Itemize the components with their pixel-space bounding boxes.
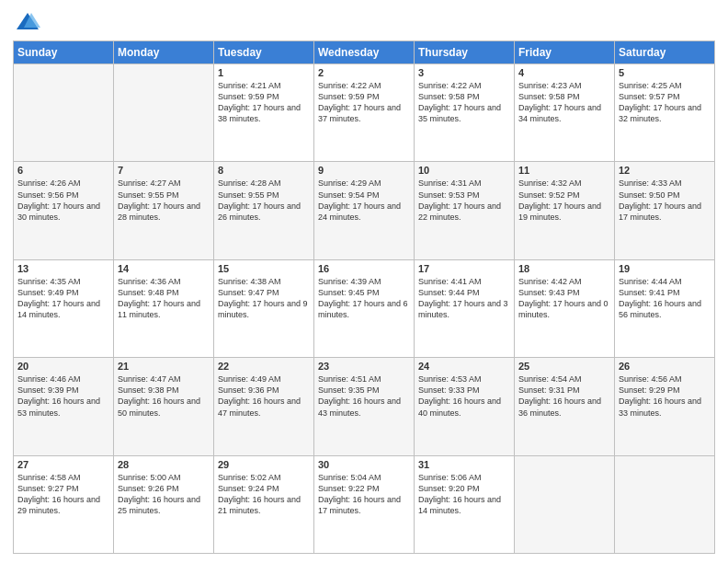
day-number: 7 bbox=[118, 165, 210, 176]
day-number: 30 bbox=[318, 459, 410, 470]
calendar-cell: 6Sunrise: 4:26 AMSunset: 9:56 PMDaylight… bbox=[14, 162, 114, 259]
calendar-cell: 19Sunrise: 4:44 AMSunset: 9:41 PMDayligh… bbox=[615, 259, 715, 357]
day-number: 24 bbox=[418, 361, 510, 372]
day-number: 31 bbox=[418, 459, 510, 470]
calendar-table: SundayMondayTuesdayWednesdayThursdayFrid… bbox=[13, 40, 715, 554]
calendar-cell: 3Sunrise: 4:22 AMSunset: 9:58 PMDaylight… bbox=[415, 64, 515, 162]
week-row-4: 20Sunrise: 4:46 AMSunset: 9:39 PMDayligh… bbox=[14, 358, 715, 455]
day-info: Sunrise: 4:39 AMSunset: 9:45 PMDaylight:… bbox=[318, 276, 410, 321]
day-number: 2 bbox=[318, 67, 410, 78]
day-number: 14 bbox=[118, 263, 210, 274]
day-number: 26 bbox=[619, 361, 711, 372]
day-info: Sunrise: 4:49 AMSunset: 9:36 PMDaylight:… bbox=[218, 373, 310, 419]
day-number: 3 bbox=[418, 67, 510, 78]
day-number: 11 bbox=[518, 165, 610, 176]
day-number: 29 bbox=[218, 459, 310, 470]
day-number: 28 bbox=[118, 459, 210, 470]
week-row-2: 6Sunrise: 4:26 AMSunset: 9:56 PMDaylight… bbox=[14, 162, 715, 259]
day-number: 6 bbox=[17, 165, 109, 176]
calendar-cell: 1Sunrise: 4:21 AMSunset: 9:59 PMDaylight… bbox=[214, 64, 314, 162]
day-number: 4 bbox=[518, 67, 610, 78]
day-number: 18 bbox=[518, 263, 610, 274]
day-number: 21 bbox=[118, 361, 210, 372]
day-info: Sunrise: 5:00 AMSunset: 9:26 PMDaylight:… bbox=[118, 472, 210, 517]
calendar-cell: 31Sunrise: 5:06 AMSunset: 9:20 PMDayligh… bbox=[415, 455, 515, 553]
day-number: 1 bbox=[218, 67, 310, 78]
day-info: Sunrise: 4:28 AMSunset: 9:55 PMDaylight:… bbox=[218, 178, 310, 223]
calendar-cell: 26Sunrise: 4:56 AMSunset: 9:29 PMDayligh… bbox=[615, 358, 715, 455]
calendar-cell: 8Sunrise: 4:28 AMSunset: 9:55 PMDaylight… bbox=[214, 162, 314, 259]
day-info: Sunrise: 4:51 AMSunset: 9:35 PMDaylight:… bbox=[318, 373, 410, 419]
calendar-cell: 30Sunrise: 5:04 AMSunset: 9:22 PMDayligh… bbox=[314, 455, 415, 553]
day-info: Sunrise: 4:32 AMSunset: 9:52 PMDaylight:… bbox=[518, 178, 610, 223]
day-number: 16 bbox=[318, 263, 410, 274]
day-number: 12 bbox=[619, 165, 711, 176]
day-number: 25 bbox=[518, 361, 610, 372]
calendar-cell: 17Sunrise: 4:41 AMSunset: 9:44 PMDayligh… bbox=[415, 259, 515, 357]
day-number: 20 bbox=[17, 361, 109, 372]
calendar-cell: 23Sunrise: 4:51 AMSunset: 9:35 PMDayligh… bbox=[314, 358, 415, 455]
day-info: Sunrise: 4:47 AMSunset: 9:38 PMDaylight:… bbox=[118, 373, 210, 419]
day-info: Sunrise: 4:44 AMSunset: 9:41 PMDaylight:… bbox=[619, 276, 711, 321]
day-number: 10 bbox=[418, 165, 510, 176]
calendar-cell: 28Sunrise: 5:00 AMSunset: 9:26 PMDayligh… bbox=[114, 455, 214, 553]
day-info: Sunrise: 4:38 AMSunset: 9:47 PMDaylight:… bbox=[218, 276, 310, 321]
day-info: Sunrise: 4:54 AMSunset: 9:31 PMDaylight:… bbox=[518, 373, 610, 419]
day-info: Sunrise: 4:56 AMSunset: 9:29 PMDaylight:… bbox=[619, 373, 711, 419]
day-info: Sunrise: 4:23 AMSunset: 9:58 PMDaylight:… bbox=[518, 80, 610, 125]
calendar-cell: 5Sunrise: 4:25 AMSunset: 9:57 PMDaylight… bbox=[615, 64, 715, 162]
day-number: 23 bbox=[318, 361, 410, 372]
day-info: Sunrise: 4:35 AMSunset: 9:49 PMDaylight:… bbox=[17, 276, 109, 321]
day-number: 13 bbox=[17, 263, 109, 274]
calendar-cell bbox=[14, 64, 114, 162]
calendar-cell: 18Sunrise: 4:42 AMSunset: 9:43 PMDayligh… bbox=[515, 259, 615, 357]
day-info: Sunrise: 4:31 AMSunset: 9:53 PMDaylight:… bbox=[418, 178, 510, 223]
day-info: Sunrise: 4:42 AMSunset: 9:43 PMDaylight:… bbox=[518, 276, 610, 321]
calendar-header-tuesday: Tuesday bbox=[214, 41, 314, 64]
day-number: 19 bbox=[619, 263, 711, 274]
week-row-5: 27Sunrise: 4:58 AMSunset: 9:27 PMDayligh… bbox=[14, 455, 715, 553]
day-number: 9 bbox=[318, 165, 410, 176]
day-info: Sunrise: 4:46 AMSunset: 9:39 PMDaylight:… bbox=[17, 373, 109, 419]
calendar-cell: 11Sunrise: 4:32 AMSunset: 9:52 PMDayligh… bbox=[515, 162, 615, 259]
day-info: Sunrise: 4:26 AMSunset: 9:56 PMDaylight:… bbox=[17, 178, 109, 223]
calendar-cell: 12Sunrise: 4:33 AMSunset: 9:50 PMDayligh… bbox=[615, 162, 715, 259]
calendar-header-wednesday: Wednesday bbox=[314, 41, 415, 64]
header bbox=[13, 9, 715, 35]
day-info: Sunrise: 4:22 AMSunset: 9:59 PMDaylight:… bbox=[318, 80, 410, 125]
calendar-cell: 14Sunrise: 4:36 AMSunset: 9:48 PMDayligh… bbox=[114, 259, 214, 357]
calendar-header-sunday: Sunday bbox=[14, 41, 114, 64]
calendar-header-thursday: Thursday bbox=[415, 41, 515, 64]
calendar-header-monday: Monday bbox=[114, 41, 214, 64]
calendar-header-row: SundayMondayTuesdayWednesdayThursdayFrid… bbox=[14, 41, 715, 64]
day-info: Sunrise: 4:22 AMSunset: 9:58 PMDaylight:… bbox=[418, 80, 510, 125]
day-info: Sunrise: 4:41 AMSunset: 9:44 PMDaylight:… bbox=[418, 276, 510, 321]
calendar-cell: 13Sunrise: 4:35 AMSunset: 9:49 PMDayligh… bbox=[14, 259, 114, 357]
day-info: Sunrise: 4:27 AMSunset: 9:55 PMDaylight:… bbox=[118, 178, 210, 223]
calendar-cell bbox=[615, 455, 715, 553]
day-number: 27 bbox=[17, 459, 109, 470]
day-info: Sunrise: 4:25 AMSunset: 9:57 PMDaylight:… bbox=[619, 80, 711, 125]
page: SundayMondayTuesdayWednesdayThursdayFrid… bbox=[0, 0, 728, 563]
day-number: 5 bbox=[619, 67, 711, 78]
calendar-cell: 20Sunrise: 4:46 AMSunset: 9:39 PMDayligh… bbox=[14, 358, 114, 455]
calendar-header-friday: Friday bbox=[515, 41, 615, 64]
week-row-3: 13Sunrise: 4:35 AMSunset: 9:49 PMDayligh… bbox=[14, 259, 715, 357]
calendar-cell: 10Sunrise: 4:31 AMSunset: 9:53 PMDayligh… bbox=[415, 162, 515, 259]
week-row-1: 1Sunrise: 4:21 AMSunset: 9:59 PMDaylight… bbox=[14, 64, 715, 162]
calendar-cell: 21Sunrise: 4:47 AMSunset: 9:38 PMDayligh… bbox=[114, 358, 214, 455]
logo-icon bbox=[15, 9, 40, 35]
day-number: 8 bbox=[218, 165, 310, 176]
calendar-cell: 2Sunrise: 4:22 AMSunset: 9:59 PMDaylight… bbox=[314, 64, 415, 162]
calendar-cell: 16Sunrise: 4:39 AMSunset: 9:45 PMDayligh… bbox=[314, 259, 415, 357]
day-info: Sunrise: 4:33 AMSunset: 9:50 PMDaylight:… bbox=[619, 178, 711, 223]
day-info: Sunrise: 4:36 AMSunset: 9:48 PMDaylight:… bbox=[118, 276, 210, 321]
day-info: Sunrise: 4:29 AMSunset: 9:54 PMDaylight:… bbox=[318, 178, 410, 223]
calendar-cell bbox=[515, 455, 615, 553]
day-number: 15 bbox=[218, 263, 310, 274]
calendar-cell: 9Sunrise: 4:29 AMSunset: 9:54 PMDaylight… bbox=[314, 162, 415, 259]
logo bbox=[13, 9, 40, 35]
calendar-cell: 15Sunrise: 4:38 AMSunset: 9:47 PMDayligh… bbox=[214, 259, 314, 357]
day-info: Sunrise: 5:06 AMSunset: 9:20 PMDaylight:… bbox=[418, 472, 510, 517]
calendar-cell: 22Sunrise: 4:49 AMSunset: 9:36 PMDayligh… bbox=[214, 358, 314, 455]
